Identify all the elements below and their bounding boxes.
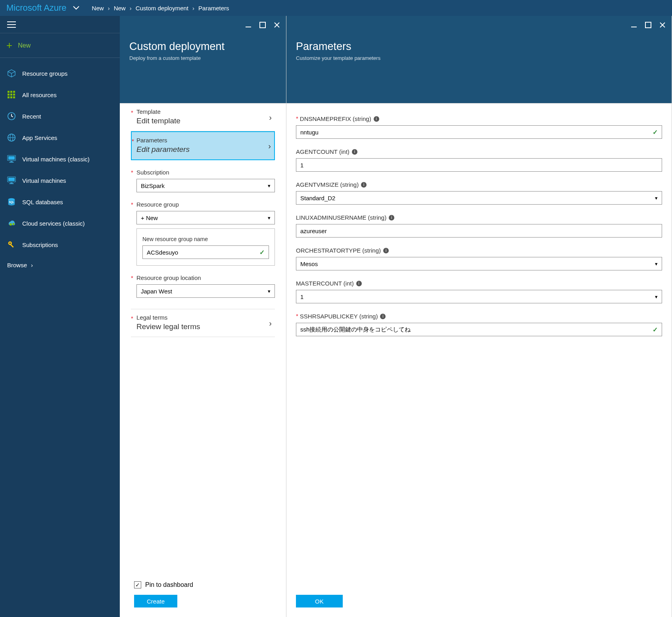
info-icon[interactable]: i [383, 248, 389, 253]
chevron-right-icon: › [108, 5, 110, 11]
svg-rect-27 [10, 244, 13, 247]
chevron-right-icon: › [268, 141, 271, 150]
svg-rect-16 [10, 162, 14, 163]
top-bar: Microsoft Azure New › New › Custom deplo… [0, 0, 672, 16]
chevron-down-icon: ▾ [268, 288, 271, 294]
param-dnsnameprefix: * DNSNAMEPREFIX (string) i nntugu ✓ [296, 115, 662, 139]
chevron-down-icon: ▾ [655, 195, 658, 201]
key-icon [6, 240, 17, 250]
create-button[interactable]: Create [134, 595, 177, 607]
param-mastercount: MASTERCOUNT (int) i 1 ▾ [296, 280, 662, 303]
blade-subtitle: Customize your template parameters [296, 55, 672, 61]
close-icon[interactable] [659, 21, 666, 29]
svg-rect-4 [10, 94, 12, 96]
mastercount-select[interactable]: 1 ▾ [296, 290, 662, 303]
blade-parameters: Parameters Customize your template param… [286, 16, 672, 617]
subscription-select[interactable]: BizSpark ▾ [136, 179, 275, 192]
chevron-right-icon: › [269, 318, 272, 328]
resource-group-select[interactable]: + New ▾ [136, 211, 275, 224]
pin-to-dashboard-checkbox[interactable]: ✓ Pin to dashboard [134, 581, 275, 588]
info-icon[interactable]: i [352, 149, 357, 155]
ok-button[interactable]: OK [296, 595, 343, 607]
blade-title: Parameters [296, 16, 672, 53]
monitor-icon [6, 154, 17, 164]
param-linuxadminusername: LINUXADMINUSERNAME (string) i azureuser [296, 214, 662, 238]
svg-rect-1 [10, 91, 12, 93]
linuxadminusername-input[interactable]: azureuser [296, 224, 662, 238]
minimize-icon[interactable] [245, 21, 252, 29]
svg-rect-20 [10, 183, 14, 184]
nav-all-resources[interactable]: All resources [0, 84, 120, 105]
svg-rect-19 [10, 182, 12, 183]
minimize-icon[interactable] [630, 21, 637, 29]
row-legal-terms[interactable]: * Legal terms Review legal terms › [131, 309, 275, 337]
crumb-3[interactable]: Parameters [198, 5, 229, 11]
dnsnameprefix-input[interactable]: nntugu ✓ [296, 125, 662, 139]
row-parameters[interactable]: * Parameters Edit parameters › [131, 131, 275, 160]
svg-point-24 [13, 223, 15, 225]
svg-text:SQL: SQL [9, 201, 14, 204]
svg-rect-3 [8, 94, 10, 96]
maximize-icon[interactable] [259, 21, 266, 29]
orchestratortype-select[interactable]: Mesos ▾ [296, 257, 662, 270]
svg-rect-2 [13, 91, 15, 93]
nav-subscriptions[interactable]: Subscriptions [0, 234, 120, 255]
svg-rect-0 [8, 91, 10, 93]
nav-resource-groups[interactable]: Resource groups [0, 63, 120, 84]
info-icon[interactable]: i [361, 182, 367, 188]
cloud-gear-icon [6, 218, 17, 228]
sshrsapublickey-input[interactable]: ssh接続用の公開鍵の中身をコピペしてね ✓ [296, 323, 662, 336]
new-rg-name-input[interactable]: ACSdesuyo ✓ [142, 245, 269, 259]
nav-recent[interactable]: Recent [0, 105, 120, 127]
close-icon[interactable] [273, 21, 280, 29]
nav-new[interactable]: + New [0, 33, 120, 58]
svg-point-26 [10, 243, 11, 244]
nav-app-services[interactable]: App Services [0, 127, 120, 148]
chevron-down-icon: ▾ [268, 215, 271, 221]
maximize-icon[interactable] [645, 21, 652, 29]
row-template[interactable]: * Template Edit template › [131, 103, 275, 131]
field-subscription: * Subscription BizSpark ▾ [131, 169, 275, 192]
chevron-down-icon: ▾ [655, 261, 658, 267]
info-icon[interactable]: i [356, 281, 362, 286]
nav-browse[interactable]: Browse › [0, 255, 120, 268]
check-icon: ✓ [653, 326, 658, 333]
nav-vm[interactable]: Virtual machines [0, 170, 120, 191]
info-icon[interactable]: i [389, 215, 394, 220]
svg-rect-7 [10, 96, 12, 98]
svg-rect-33 [645, 22, 651, 28]
crumb-2[interactable]: Custom deployment [136, 5, 188, 11]
chevron-down-icon: ▾ [268, 183, 271, 189]
hamburger-button[interactable] [0, 16, 120, 33]
chevron-right-icon: › [269, 113, 272, 122]
new-resource-group-box: New resource group name ACSdesuyo ✓ [136, 228, 275, 266]
brand[interactable]: Microsoft Azure [6, 3, 67, 13]
globe-icon [6, 132, 17, 143]
info-icon[interactable]: i [374, 116, 379, 122]
chevron-right-icon: › [192, 5, 194, 11]
agentvmsize-select[interactable]: Standard_D2 ▾ [296, 191, 662, 205]
clock-icon [6, 111, 17, 121]
agentcount-input[interactable]: 1 [296, 158, 662, 172]
nav-sql[interactable]: SQL SQL databases [0, 191, 120, 213]
chevron-down-icon: ▾ [655, 294, 658, 300]
check-icon: ✓ [653, 128, 658, 136]
nav-vm-classic[interactable]: Virtual machines (classic) [0, 148, 120, 170]
nav-new-label: New [18, 42, 31, 49]
nav-cloud-services[interactable]: Cloud services (classic) [0, 213, 120, 234]
brand-dropdown-icon[interactable] [73, 6, 79, 10]
svg-rect-6 [8, 96, 10, 98]
crumb-1[interactable]: New [114, 5, 126, 11]
svg-rect-18 [8, 178, 15, 181]
checkbox-icon: ✓ [134, 581, 141, 588]
field-resource-group: * Resource group + New ▾ [131, 201, 275, 224]
chevron-right-icon: › [130, 5, 132, 11]
field-rg-location: * Resource group location Japan West ▾ [131, 274, 275, 298]
rg-location-select[interactable]: Japan West ▾ [136, 284, 275, 298]
blade-custom-deployment: Custom deployment Deploy from a custom t… [120, 16, 286, 617]
info-icon[interactable]: i [380, 314, 386, 319]
monitor-icon [6, 175, 17, 186]
crumb-0[interactable]: New [92, 5, 104, 11]
svg-rect-15 [10, 161, 12, 162]
svg-point-23 [10, 223, 12, 226]
